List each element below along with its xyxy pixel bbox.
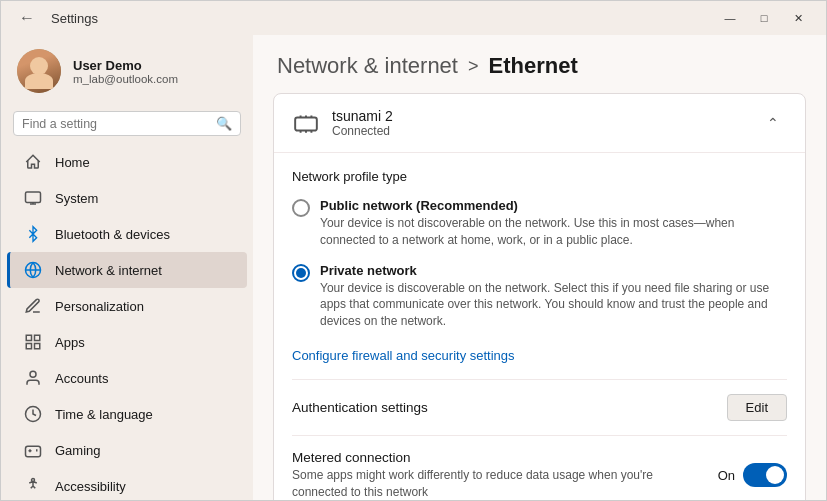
- back-button[interactable]: ←: [13, 7, 41, 29]
- accounts-icon: [23, 368, 43, 388]
- apps-label: Apps: [55, 335, 85, 350]
- public-network-desc: Your device is not discoverable on the n…: [320, 215, 787, 249]
- toggle-label: On: [718, 468, 735, 483]
- sidebar-item-personalization[interactable]: Personalization: [7, 288, 247, 324]
- search-icon: 🔍: [216, 116, 232, 131]
- sidebar-item-gaming[interactable]: Gaming: [7, 432, 247, 468]
- bluetooth-label: Bluetooth & devices: [55, 227, 170, 242]
- system-icon: [23, 188, 43, 208]
- public-network-label: Public network (Recommended): [320, 198, 787, 213]
- svg-rect-3: [35, 335, 40, 340]
- home-icon: [23, 152, 43, 172]
- device-name: tsunami 2: [332, 108, 393, 124]
- private-network-text: Private network Your device is discovera…: [320, 263, 787, 330]
- svg-rect-5: [35, 344, 40, 349]
- main-content: Network & internet > Ethernet: [253, 35, 826, 500]
- device-card: tsunami 2 Connected ⌃ Network profile ty…: [273, 93, 806, 500]
- device-info: tsunami 2 Connected: [332, 108, 393, 138]
- public-network-text: Public network (Recommended) Your device…: [320, 198, 787, 249]
- breadcrumb-arrow: >: [468, 56, 479, 77]
- page-header: Network & internet > Ethernet: [253, 35, 826, 93]
- private-radio[interactable]: [292, 264, 310, 282]
- card-header-left: tsunami 2 Connected: [292, 108, 393, 138]
- sidebar-item-home[interactable]: Home: [7, 144, 247, 180]
- authentication-row: Authentication settings Edit: [274, 380, 805, 435]
- content-area: User Demo m_lab@outlook.com 🔍 Home: [1, 35, 826, 500]
- avatar-image: [17, 49, 61, 93]
- breadcrumb-parent: Network & internet: [277, 53, 458, 79]
- metered-row: Metered connection Some apps might work …: [274, 436, 805, 500]
- sidebar-item-accessibility[interactable]: Accessibility: [7, 468, 247, 500]
- svg-rect-10: [295, 118, 317, 131]
- gaming-label: Gaming: [55, 443, 101, 458]
- authentication-label: Authentication settings: [292, 400, 428, 415]
- edit-button[interactable]: Edit: [727, 394, 787, 421]
- network-profile-section: Network profile type Public network (Rec…: [274, 153, 805, 379]
- time-icon: [23, 404, 43, 424]
- maximize-button[interactable]: □: [748, 4, 780, 32]
- time-label: Time & language: [55, 407, 153, 422]
- svg-point-6: [30, 371, 36, 377]
- svg-rect-0: [26, 192, 41, 203]
- sidebar-item-apps[interactable]: Apps: [7, 324, 247, 360]
- network-label: Network & internet: [55, 263, 162, 278]
- metered-toggle[interactable]: [743, 463, 787, 487]
- sidebar-item-network[interactable]: Network & internet: [7, 252, 247, 288]
- close-button[interactable]: ✕: [782, 4, 814, 32]
- search-input[interactable]: [22, 117, 210, 131]
- sidebar-item-bluetooth[interactable]: Bluetooth & devices: [7, 216, 247, 252]
- metered-desc: Some apps might work differently to redu…: [292, 467, 672, 500]
- collapse-button[interactable]: ⌃: [759, 111, 787, 135]
- network-profile-title: Network profile type: [292, 169, 787, 184]
- public-radio[interactable]: [292, 199, 310, 217]
- svg-rect-4: [26, 344, 31, 349]
- titlebar-left: ← Settings: [13, 7, 98, 29]
- public-network-option[interactable]: Public network (Recommended) Your device…: [292, 198, 787, 249]
- window-title: Settings: [51, 11, 98, 26]
- avatar: [17, 49, 61, 93]
- svg-rect-2: [26, 335, 31, 340]
- user-email: m_lab@outlook.com: [73, 73, 178, 85]
- private-network-desc: Your device is discoverable on the netwo…: [320, 280, 787, 330]
- sidebar-item-system[interactable]: System: [7, 180, 247, 216]
- private-network-label: Private network: [320, 263, 787, 278]
- gaming-icon: [23, 440, 43, 460]
- user-name: User Demo: [73, 58, 178, 73]
- titlebar: ← Settings — □ ✕: [1, 1, 826, 35]
- home-label: Home: [55, 155, 90, 170]
- personalization-label: Personalization: [55, 299, 144, 314]
- personalization-icon: [23, 296, 43, 316]
- private-network-option[interactable]: Private network Your device is discovera…: [292, 263, 787, 330]
- user-profile: User Demo m_lab@outlook.com: [1, 35, 253, 107]
- card-header: tsunami 2 Connected ⌃: [274, 94, 805, 153]
- user-info: User Demo m_lab@outlook.com: [73, 58, 178, 85]
- window-controls: — □ ✕: [714, 4, 814, 32]
- minimize-button[interactable]: —: [714, 4, 746, 32]
- search-box: 🔍: [13, 111, 241, 136]
- metered-label: Metered connection: [292, 450, 672, 465]
- ethernet-device-icon: [292, 109, 320, 137]
- sidebar-item-time[interactable]: Time & language: [7, 396, 247, 432]
- system-label: System: [55, 191, 98, 206]
- settings-window: ← Settings — □ ✕ User Demo m_lab@outlook…: [0, 0, 827, 501]
- breadcrumb-current: Ethernet: [488, 53, 577, 79]
- accounts-label: Accounts: [55, 371, 108, 386]
- sidebar: User Demo m_lab@outlook.com 🔍 Home: [1, 35, 253, 500]
- accessibility-label: Accessibility: [55, 479, 126, 494]
- toggle-area: On: [718, 463, 787, 487]
- device-status: Connected: [332, 124, 393, 138]
- accessibility-icon: [23, 476, 43, 496]
- apps-icon: [23, 332, 43, 352]
- sidebar-item-accounts[interactable]: Accounts: [7, 360, 247, 396]
- metered-info: Metered connection Some apps might work …: [292, 450, 672, 500]
- bluetooth-icon: [23, 224, 43, 244]
- svg-rect-8: [26, 446, 41, 457]
- network-icon: [23, 260, 43, 280]
- svg-point-9: [32, 479, 35, 482]
- firewall-link[interactable]: Configure firewall and security settings: [292, 348, 515, 363]
